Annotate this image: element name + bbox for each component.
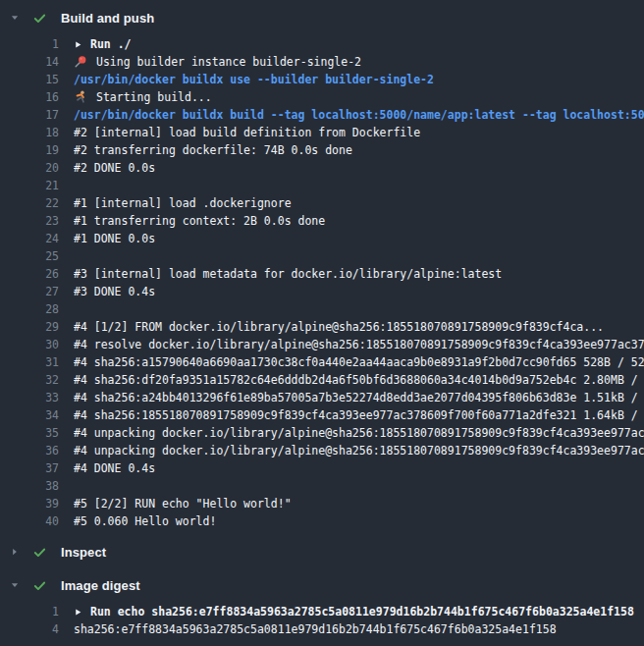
log-line: 4 sha256:e7ff8834a5963a2785c5a0811e979d1… <box>0 620 644 638</box>
chevron-right-icon[interactable] <box>10 544 20 560</box>
log-text: #5 0.060 Hello world! <box>74 512 644 530</box>
log-text-content: #4 sha256:185518070891758909c9f839cf4ca3… <box>74 406 644 424</box>
log-text: #1 [internal] load .dockerignore <box>74 194 644 212</box>
log-text: Run ./ <box>74 35 644 53</box>
log-text-content: #4 unpacking docker.io/library/alpine@sh… <box>74 442 644 459</box>
line-number[interactable]: 19 <box>0 141 59 159</box>
line-number[interactable]: 1 <box>0 35 59 53</box>
line-number[interactable]: 14 <box>0 53 59 71</box>
log-text-content: /usr/bin/docker buildx use --builder bui… <box>74 71 434 88</box>
log-text: #4 sha256:a15790640a6690aa1730c38cf0a440… <box>74 353 644 371</box>
log-text: #4 resolve docker.io/library/alpine@sha2… <box>74 336 644 353</box>
log-text-content: #1 transferring context: 2B 0.0s done <box>74 212 325 230</box>
log-line: 39 #5 [2/2] RUN echo "Hello world!" <box>0 495 644 512</box>
log-text: /usr/bin/docker buildx build --tag local… <box>74 106 644 124</box>
log-text: Using builder instance builder-single-2 <box>74 53 644 71</box>
log-text: Starting build... <box>74 88 644 106</box>
line-number[interactable]: 34 <box>0 406 59 424</box>
check-icon <box>32 577 47 593</box>
run-expand-icon[interactable] <box>74 38 82 50</box>
run-expand-icon[interactable] <box>74 606 82 618</box>
log-text-content: #1 DONE 0.0s <box>74 230 155 247</box>
log-line: 15 /usr/bin/docker buildx use --builder … <box>0 71 644 88</box>
line-number[interactable]: 16 <box>0 88 59 106</box>
log-text-content: #2 [internal] load build definition from… <box>74 124 420 141</box>
section-lines: 1 Run ./ 14 Using builder instance build… <box>0 35 644 530</box>
section-header-build-and-push[interactable]: Build and push <box>0 6 644 29</box>
log-text: #1 transferring context: 2B 0.0s done <box>74 212 644 230</box>
check-icon <box>32 544 47 560</box>
line-number[interactable]: 15 <box>0 71 59 88</box>
runner-icon <box>74 90 87 104</box>
line-number[interactable]: 40 <box>0 512 59 530</box>
log-text-content: #3 DONE 0.4s <box>74 283 155 300</box>
log-text: #2 transferring dockerfile: 74B 0.0s don… <box>74 141 644 159</box>
log-text: #2 DONE 0.0s <box>74 159 644 177</box>
line-number[interactable]: 29 <box>0 318 59 336</box>
line-number[interactable]: 27 <box>0 283 59 300</box>
log-line: 31 #4 sha256:a15790640a6690aa1730c38cf0a… <box>0 353 644 371</box>
log-text: #4 sha256:df20fa9351a15782c64e6dddb2d4a6… <box>74 371 644 389</box>
log-text-content: sha256:e7ff8834a5963a2785c5a0811e979d16b… <box>74 620 557 638</box>
line-number[interactable]: 38 <box>0 477 59 495</box>
log-line: 21 <box>0 177 644 194</box>
log-line: 37 #4 DONE 0.4s <box>0 459 644 477</box>
log-line: 26 #3 [internal] load metadata for docke… <box>0 265 644 283</box>
log-line: 34 #4 sha256:185518070891758909c9f839cf4… <box>0 406 644 424</box>
section-title: Image digest <box>61 578 140 593</box>
log-line: 17 /usr/bin/docker buildx build --tag lo… <box>0 106 644 124</box>
log-root: Build and push 1 Run ./ 14 Using builder… <box>0 6 644 638</box>
line-number[interactable]: 37 <box>0 459 59 477</box>
line-number[interactable]: 31 <box>0 353 59 371</box>
log-text: Run echo sha256:e7ff8834a5963a2785c5a081… <box>74 603 644 620</box>
line-number[interactable]: 36 <box>0 442 59 459</box>
line-number[interactable]: 21 <box>0 177 59 194</box>
log-text: #4 unpacking docker.io/library/alpine@sh… <box>74 442 644 459</box>
line-number[interactable]: 22 <box>0 194 59 212</box>
section-header-inspect[interactable]: Inspect <box>0 540 644 564</box>
line-number[interactable]: 4 <box>0 620 59 638</box>
line-number[interactable]: 1 <box>0 603 59 620</box>
log-text-content: Run ./ <box>90 35 132 53</box>
log-text-content: /usr/bin/docker buildx build --tag local… <box>74 106 644 124</box>
log-text: #3 DONE 0.4s <box>74 283 644 300</box>
line-number[interactable]: 23 <box>0 212 59 230</box>
line-number[interactable]: 32 <box>0 371 59 389</box>
log-section-build-and-push: Build and push 1 Run ./ 14 Using builder… <box>0 6 644 530</box>
line-number[interactable]: 30 <box>0 336 59 353</box>
line-number[interactable]: 20 <box>0 159 59 177</box>
line-number[interactable]: 25 <box>0 247 59 265</box>
log-line: 40 #5 0.060 Hello world! <box>0 512 644 530</box>
log-text: #4 DONE 0.4s <box>74 459 644 477</box>
log-line: 14 Using builder instance builder-single… <box>0 53 644 71</box>
check-icon <box>32 10 47 26</box>
line-number[interactable]: 28 <box>0 300 59 318</box>
line-number[interactable]: 18 <box>0 124 59 141</box>
line-number[interactable]: 24 <box>0 230 59 247</box>
log-line: 38 <box>0 477 644 495</box>
log-text-content: Using builder instance builder-single-2 <box>96 53 361 71</box>
chevron-down-icon[interactable] <box>10 10 20 26</box>
log-text-content: #2 transferring dockerfile: 74B 0.0s don… <box>74 141 352 159</box>
log-line: 19 #2 transferring dockerfile: 74B 0.0s … <box>0 141 644 159</box>
log-text-content: #4 DONE 0.4s <box>74 459 155 477</box>
log-section-image-digest: Image digest 1 Run echo sha256:e7ff8834a… <box>0 573 644 638</box>
log-text-content: #4 unpacking docker.io/library/alpine@sh… <box>74 424 644 442</box>
line-number[interactable]: 39 <box>0 495 59 512</box>
log-text: #4 sha256:a24bb4013296f61e89ba57005a7b3e… <box>74 389 644 406</box>
log-line: 29 #4 [1/2] FROM docker.io/library/alpin… <box>0 318 644 336</box>
chevron-down-icon[interactable] <box>10 577 20 593</box>
line-number[interactable]: 17 <box>0 106 59 124</box>
line-number[interactable]: 26 <box>0 265 59 283</box>
log-text-content: #5 [2/2] RUN echo "Hello world!" <box>74 495 292 512</box>
log-line: 36 #4 unpacking docker.io/library/alpine… <box>0 442 644 459</box>
log-text-content: #4 [1/2] FROM docker.io/library/alpine@s… <box>74 318 604 336</box>
line-number[interactable]: 33 <box>0 389 59 406</box>
log-line[interactable]: 1 Run ./ <box>0 35 644 53</box>
section-header-image-digest[interactable]: Image digest <box>0 573 644 597</box>
log-line: 23 #1 transferring context: 2B 0.0s done <box>0 212 644 230</box>
log-line[interactable]: 1 Run echo sha256:e7ff8834a5963a2785c5a0… <box>0 603 644 620</box>
log-text: /usr/bin/docker buildx use --builder bui… <box>74 71 644 88</box>
section-lines: 1 Run echo sha256:e7ff8834a5963a2785c5a0… <box>0 603 644 638</box>
line-number[interactable]: 35 <box>0 424 59 442</box>
